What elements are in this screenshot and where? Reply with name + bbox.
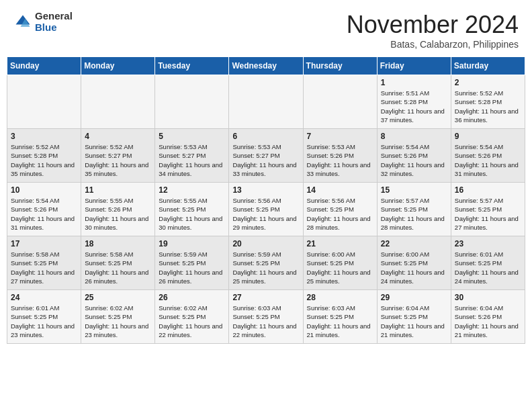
- day-info: Sunrise: 6:04 AMSunset: 5:25 PMDaylight:…: [381, 304, 447, 339]
- day-info: Sunrise: 5:55 AMSunset: 5:26 PMDaylight:…: [85, 196, 151, 232]
- day-number: 15: [381, 185, 447, 195]
- day-cell: 12Sunrise: 5:55 AMSunset: 5:25 PMDayligh…: [155, 183, 229, 236]
- day-number: 29: [381, 293, 447, 302]
- day-cell: 3Sunrise: 5:52 AMSunset: 5:28 PMDaylight…: [7, 129, 81, 183]
- day-cell: 4Sunrise: 5:52 AMSunset: 5:27 PMDaylight…: [81, 129, 155, 183]
- day-number: 6: [232, 132, 299, 141]
- day-info: Sunrise: 5:54 AMSunset: 5:26 PMDaylight:…: [381, 142, 447, 178]
- day-info: Sunrise: 5:52 AMSunset: 5:28 PMDaylight:…: [11, 142, 77, 178]
- logo-blue-text: Blue: [35, 22, 73, 34]
- day-cell: [303, 75, 377, 129]
- logo: General Blue: [13, 11, 73, 33]
- day-number: 16: [455, 185, 521, 195]
- day-info: Sunrise: 6:00 AMSunset: 5:25 PMDaylight:…: [381, 250, 447, 285]
- day-cell: 25Sunrise: 6:02 AMSunset: 5:25 PMDayligh…: [81, 290, 155, 344]
- day-cell: 20Sunrise: 5:59 AMSunset: 5:25 PMDayligh…: [229, 236, 303, 290]
- day-info: Sunrise: 5:53 AMSunset: 5:27 PMDaylight:…: [159, 142, 225, 178]
- day-cell: 1Sunrise: 5:51 AMSunset: 5:28 PMDaylight…: [377, 75, 451, 129]
- day-number: 26: [159, 293, 225, 302]
- day-info: Sunrise: 5:56 AMSunset: 5:25 PMDaylight:…: [307, 196, 373, 232]
- day-info: Sunrise: 5:51 AMSunset: 5:28 PMDaylight:…: [381, 89, 447, 124]
- week-row-4: 17Sunrise: 5:58 AMSunset: 5:25 PMDayligh…: [7, 236, 525, 290]
- day-cell: 27Sunrise: 6:03 AMSunset: 5:25 PMDayligh…: [229, 290, 303, 344]
- month-title: November 2024: [347, 11, 519, 39]
- logo-text: General Blue: [35, 11, 73, 33]
- day-cell: 11Sunrise: 5:55 AMSunset: 5:26 PMDayligh…: [81, 183, 155, 236]
- day-cell: [229, 75, 303, 129]
- day-number: 19: [159, 239, 225, 248]
- day-cell: 21Sunrise: 6:00 AMSunset: 5:25 PMDayligh…: [303, 236, 377, 290]
- day-cell: 14Sunrise: 5:56 AMSunset: 5:25 PMDayligh…: [303, 183, 377, 236]
- day-info: Sunrise: 6:02 AMSunset: 5:25 PMDaylight:…: [85, 304, 151, 339]
- day-info: Sunrise: 6:03 AMSunset: 5:25 PMDaylight:…: [232, 304, 299, 339]
- day-info: Sunrise: 5:57 AMSunset: 5:25 PMDaylight:…: [455, 196, 521, 232]
- day-info: Sunrise: 6:00 AMSunset: 5:25 PMDaylight:…: [307, 250, 373, 285]
- day-number: 2: [455, 78, 521, 87]
- day-number: 25: [85, 293, 151, 302]
- location: Batas, Calabarzon, Philippines: [347, 39, 519, 50]
- day-number: 9: [455, 132, 521, 141]
- day-info: Sunrise: 6:02 AMSunset: 5:25 PMDaylight:…: [159, 304, 225, 339]
- day-cell: 6Sunrise: 5:53 AMSunset: 5:27 PMDaylight…: [229, 129, 303, 183]
- weekday-header-monday: Monday: [81, 57, 155, 75]
- week-row-2: 3Sunrise: 5:52 AMSunset: 5:28 PMDaylight…: [7, 129, 525, 183]
- day-info: Sunrise: 5:53 AMSunset: 5:26 PMDaylight:…: [307, 142, 373, 178]
- week-row-3: 10Sunrise: 5:54 AMSunset: 5:26 PMDayligh…: [7, 183, 525, 236]
- day-number: 5: [159, 132, 225, 141]
- day-number: 28: [307, 293, 373, 302]
- day-info: Sunrise: 5:55 AMSunset: 5:25 PMDaylight:…: [159, 196, 225, 232]
- day-number: 14: [307, 185, 373, 195]
- day-info: Sunrise: 5:59 AMSunset: 5:25 PMDaylight:…: [159, 250, 225, 285]
- page: General Blue November 2024 Batas, Calaba…: [0, 0, 532, 351]
- day-cell: 29Sunrise: 6:04 AMSunset: 5:25 PMDayligh…: [377, 290, 451, 344]
- day-number: 18: [85, 239, 151, 248]
- week-row-1: 1Sunrise: 5:51 AMSunset: 5:28 PMDaylight…: [7, 75, 525, 129]
- day-cell: 13Sunrise: 5:56 AMSunset: 5:25 PMDayligh…: [229, 183, 303, 236]
- day-info: Sunrise: 6:01 AMSunset: 5:25 PMDaylight:…: [11, 304, 77, 339]
- day-number: 8: [381, 132, 447, 141]
- day-info: Sunrise: 5:59 AMSunset: 5:25 PMDaylight:…: [232, 250, 299, 285]
- day-info: Sunrise: 5:52 AMSunset: 5:27 PMDaylight:…: [85, 142, 151, 178]
- day-info: Sunrise: 5:57 AMSunset: 5:25 PMDaylight:…: [381, 196, 447, 232]
- day-number: 23: [455, 239, 521, 248]
- day-info: Sunrise: 6:03 AMSunset: 5:25 PMDaylight:…: [307, 304, 373, 339]
- day-info: Sunrise: 6:04 AMSunset: 5:26 PMDaylight:…: [455, 304, 521, 339]
- day-cell: 10Sunrise: 5:54 AMSunset: 5:26 PMDayligh…: [7, 183, 81, 236]
- day-info: Sunrise: 5:58 AMSunset: 5:25 PMDaylight:…: [85, 250, 151, 285]
- logo-icon: [13, 13, 32, 32]
- day-cell: 23Sunrise: 6:01 AMSunset: 5:25 PMDayligh…: [451, 236, 525, 290]
- day-info: Sunrise: 5:58 AMSunset: 5:25 PMDaylight:…: [11, 250, 77, 285]
- calendar-container: SundayMondayTuesdayWednesdayThursdayFrid…: [0, 56, 532, 351]
- day-info: Sunrise: 5:54 AMSunset: 5:26 PMDaylight:…: [11, 196, 77, 232]
- calendar-table: SundayMondayTuesdayWednesdayThursdayFrid…: [7, 56, 525, 344]
- day-number: 3: [11, 132, 77, 141]
- day-number: 22: [381, 239, 447, 248]
- day-cell: [7, 75, 81, 129]
- day-number: 21: [307, 239, 373, 248]
- day-number: 17: [11, 239, 77, 248]
- day-number: 11: [85, 185, 151, 195]
- title-section: November 2024 Batas, Calabarzon, Philipp…: [347, 11, 519, 50]
- day-cell: 8Sunrise: 5:54 AMSunset: 5:26 PMDaylight…: [377, 129, 451, 183]
- day-cell: 15Sunrise: 5:57 AMSunset: 5:25 PMDayligh…: [377, 183, 451, 236]
- day-number: 7: [307, 132, 373, 141]
- day-info: Sunrise: 5:56 AMSunset: 5:25 PMDaylight:…: [232, 196, 299, 232]
- weekday-header-sunday: Sunday: [7, 57, 81, 75]
- day-number: 1: [381, 78, 447, 87]
- day-cell: 30Sunrise: 6:04 AMSunset: 5:26 PMDayligh…: [451, 290, 525, 344]
- day-number: 10: [11, 185, 77, 195]
- weekday-header-thursday: Thursday: [303, 57, 377, 75]
- day-cell: [81, 75, 155, 129]
- day-cell: 7Sunrise: 5:53 AMSunset: 5:26 PMDaylight…: [303, 129, 377, 183]
- day-cell: 22Sunrise: 6:00 AMSunset: 5:25 PMDayligh…: [377, 236, 451, 290]
- day-cell: 17Sunrise: 5:58 AMSunset: 5:25 PMDayligh…: [7, 236, 81, 290]
- day-cell: 28Sunrise: 6:03 AMSunset: 5:25 PMDayligh…: [303, 290, 377, 344]
- day-info: Sunrise: 6:01 AMSunset: 5:25 PMDaylight:…: [455, 250, 521, 285]
- day-cell: 9Sunrise: 5:54 AMSunset: 5:26 PMDaylight…: [451, 129, 525, 183]
- day-cell: 19Sunrise: 5:59 AMSunset: 5:25 PMDayligh…: [155, 236, 229, 290]
- day-cell: 16Sunrise: 5:57 AMSunset: 5:25 PMDayligh…: [451, 183, 525, 236]
- day-number: 13: [232, 185, 299, 195]
- day-cell: 18Sunrise: 5:58 AMSunset: 5:25 PMDayligh…: [81, 236, 155, 290]
- day-number: 24: [11, 293, 77, 302]
- day-number: 30: [455, 293, 521, 302]
